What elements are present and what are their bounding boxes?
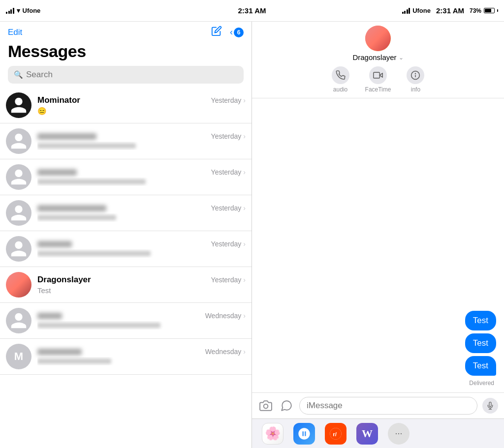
chat-contact-avatar — [365, 26, 391, 51]
conversation-body: Dragonslayer Yesterday › Test — [37, 275, 246, 295]
audio-action[interactable]: audio — [332, 66, 349, 93]
carrier-left: Ufone — [23, 7, 41, 14]
list-item[interactable]: Yesterday › — [0, 195, 252, 231]
facetime-action[interactable]: FaceTime — [365, 66, 391, 93]
list-item[interactable]: M Wednesday › — [0, 339, 252, 375]
camera-button[interactable] — [258, 398, 274, 414]
conversation-top: Yesterday › — [37, 204, 246, 212]
time-right: 2:31 AM — [436, 6, 464, 15]
blurred-name — [37, 313, 62, 319]
status-bar-right: Ufone 2:31 AM 73% — [252, 0, 504, 21]
more-button[interactable]: ··· — [388, 423, 410, 445]
messages-panel: Edit ‹ 6 Messages 🔍 — [0, 22, 252, 448]
header-icons: ‹ 6 — [211, 26, 244, 39]
conversation-body: Mominator Yesterday › 😑 — [37, 95, 246, 116]
signal-strength-left — [6, 8, 14, 14]
message-row: Test — [260, 311, 496, 330]
message-preview: Test — [37, 286, 246, 295]
conversation-top: Mominator Yesterday › — [37, 95, 246, 105]
conversation-body: Yesterday › — [37, 132, 246, 150]
message-row: Test — [260, 333, 496, 353]
message-preview: 😑 — [37, 107, 246, 116]
conversation-top: Dragonslayer Yesterday › — [37, 275, 246, 285]
info-action[interactable]: info — [407, 66, 424, 93]
photos-app-icon[interactable]: 🌸 — [262, 423, 284, 445]
imessage-input[interactable] — [299, 397, 477, 415]
conversation-top: Yesterday › — [37, 168, 246, 176]
svg-text:r/: r/ — [333, 430, 337, 437]
delivered-label: Delivered — [260, 380, 496, 387]
signal-strength-right — [402, 8, 410, 14]
conversation-top: Wednesday › — [37, 312, 246, 320]
blurred-name — [37, 241, 72, 247]
messages-area: Test Test Test Delivered — [252, 98, 504, 392]
audio-icon — [332, 66, 349, 84]
blurred-preview — [37, 143, 136, 149]
main-content: Edit ‹ 6 Messages 🔍 — [0, 22, 504, 448]
chat-contact-name[interactable]: Dragonslayer ⌄ — [352, 53, 403, 61]
message-preview — [37, 321, 246, 329]
list-item[interactable]: Mominator Yesterday › 😑 — [0, 88, 252, 123]
conversation-top: Wednesday › — [37, 348, 246, 356]
blurred-name — [37, 349, 82, 355]
avatar — [6, 308, 32, 333]
message-bubble-last: Test — [465, 356, 496, 376]
back-badge[interactable]: ‹ 6 — [230, 27, 244, 37]
blurred-preview — [37, 251, 151, 256]
blurred-name — [37, 169, 77, 176]
message-preview — [37, 142, 246, 150]
reddit-app-icon[interactable]: r/ — [325, 423, 346, 445]
time-left: 2:31 AM — [238, 6, 266, 15]
conversation-body: Wednesday › — [37, 312, 246, 329]
conversation-time: Yesterday › — [211, 240, 246, 248]
app-tray: 🌸 r/ W ··· — [252, 418, 504, 448]
svg-marker-0 — [379, 73, 382, 77]
info-label: info — [411, 86, 420, 93]
battery-tip — [497, 9, 498, 12]
conversation-time: Yesterday › — [211, 276, 246, 284]
conversation-body: Yesterday › — [37, 204, 246, 222]
words-app-icon[interactable]: W — [356, 423, 378, 445]
messages-header-top: Edit ‹ 6 — [8, 26, 244, 39]
conversation-time: Wednesday › — [205, 312, 246, 320]
message-bubble: Test — [465, 333, 496, 353]
audio-label: audio — [333, 86, 347, 93]
carrier-right: Ufone — [412, 7, 431, 14]
info-icon — [407, 66, 424, 84]
wifi-icon-left: ▾ — [17, 7, 20, 14]
conversation-body: Yesterday › — [37, 168, 246, 186]
chat-actions: audio FaceTime — [332, 66, 425, 93]
avatar-m: M — [6, 344, 32, 369]
search-icon: 🔍 — [14, 70, 23, 79]
blurred-preview — [37, 179, 146, 184]
list-item[interactable]: Yesterday › — [0, 123, 252, 159]
blurred-preview — [37, 215, 116, 220]
blurred-preview — [37, 323, 160, 328]
avatar — [6, 92, 32, 118]
avatar — [6, 164, 32, 190]
status-bar-left: ▾ Ufone 2:31 AM — [0, 0, 252, 21]
list-item[interactable]: Yesterday › — [0, 231, 252, 267]
list-item-dragonslayer[interactable]: Dragonslayer Yesterday › Test — [0, 267, 252, 303]
blurred-name — [37, 205, 106, 211]
list-item[interactable]: Wednesday › — [0, 303, 252, 339]
search-bar[interactable]: 🔍 — [8, 66, 244, 84]
appstore-app-icon[interactable] — [293, 423, 315, 445]
facetime-icon — [369, 66, 387, 84]
contact-name: Dragonslayer — [37, 275, 91, 285]
search-input[interactable] — [26, 70, 238, 80]
appstore-button[interactable] — [279, 398, 294, 414]
badge-count: 6 — [234, 28, 244, 37]
conversation-time: Yesterday › — [211, 204, 246, 212]
conversation-time: Wednesday › — [205, 348, 246, 356]
list-item[interactable]: Yesterday › — [0, 159, 252, 195]
edit-button[interactable]: Edit — [8, 28, 22, 37]
compose-icon[interactable] — [211, 26, 222, 39]
conversation-body: Yesterday › — [37, 240, 246, 258]
message-row: Test — [260, 356, 496, 376]
messages-title: Messages — [8, 42, 244, 61]
right-status-icons: Ufone 2:31 AM 73% — [402, 6, 498, 15]
message-preview — [37, 249, 246, 258]
conversation-body: Wednesday › — [37, 348, 246, 365]
mic-button[interactable] — [482, 398, 498, 414]
